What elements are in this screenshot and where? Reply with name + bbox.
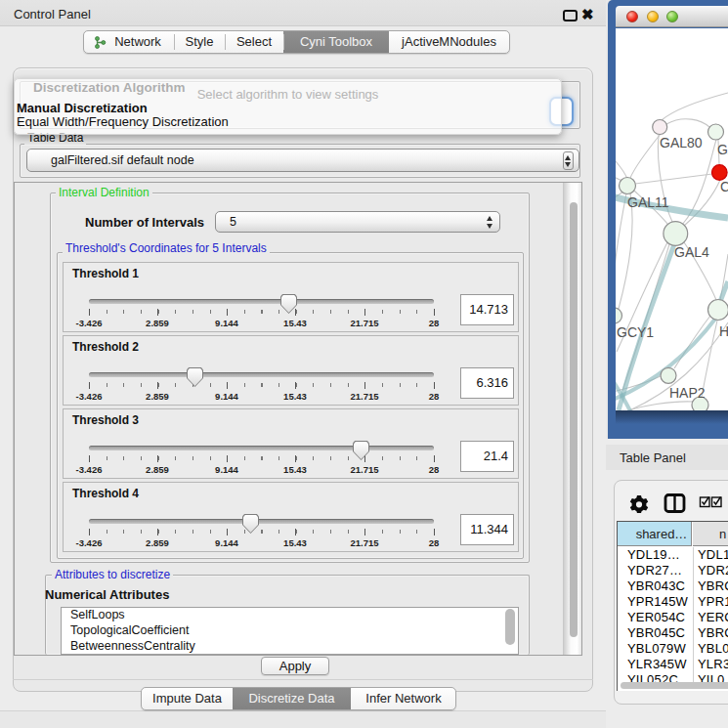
svg-text:GAL11: GAL11 [627,194,669,210]
svg-text:GA: GA [717,142,728,157]
svg-text:C: C [720,179,728,194]
svg-text:HAP2: HAP2 [669,385,706,401]
svg-text:GCY1: GCY1 [617,324,654,340]
svg-text:GAL80: GAL80 [660,135,703,150]
svg-text:H: H [719,323,728,339]
svg-text:GAL4: GAL4 [674,244,709,260]
